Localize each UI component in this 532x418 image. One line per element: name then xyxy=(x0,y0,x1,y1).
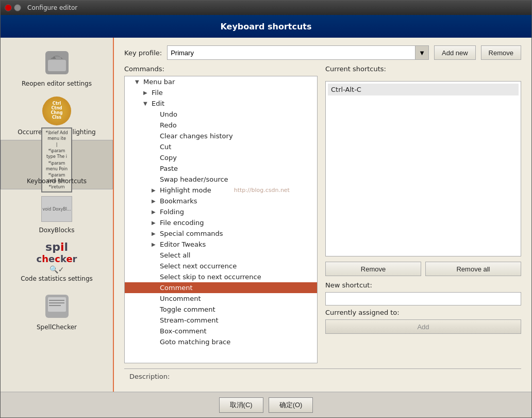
tree-item-stream-comment[interactable]: Stream-comment xyxy=(125,315,317,326)
sidebar-item-reopen[interactable]: Reopen editor settings xyxy=(1,43,113,91)
tree-item-goto-label: Goto matching brace xyxy=(160,338,230,346)
tree-item-clear-label: Clear changes history xyxy=(160,132,233,140)
tree-item-edit-label: Edit xyxy=(152,100,164,107)
tree-item-cut[interactable]: Cut xyxy=(125,141,317,152)
tree-item-file-label: File xyxy=(152,89,163,97)
doxyblocks-icon: void DoxyBl... xyxy=(41,194,72,224)
tree-item-edit[interactable]: ▼ Edit xyxy=(125,98,317,109)
tree-item-folding[interactable]: ▶ Folding xyxy=(125,206,317,217)
codestatistics-icon: spilchecker 🔍✓ xyxy=(41,242,72,273)
tree-item-menu-bar-label: Menu bar xyxy=(143,78,175,86)
tree-item-undo[interactable]: Undo xyxy=(125,109,317,120)
tree-item-menu-bar[interactable]: ▼ Menu bar xyxy=(125,76,317,87)
sidebar-item-spellchecker-label: SpellChecker xyxy=(37,324,77,331)
tree-item-undo-label: Undo xyxy=(160,110,177,118)
remove-all-shortcuts-button[interactable]: Remove all xyxy=(425,262,521,276)
tree-item-select-all[interactable]: Select all xyxy=(125,250,317,261)
title-bar-controls xyxy=(5,4,21,11)
tree-item-folding-label: Folding xyxy=(160,208,184,216)
currently-assigned-label: Currently assigned to: xyxy=(325,309,521,316)
tree-item-bookmarks-label: Bookmarks xyxy=(160,197,197,205)
confirm-button[interactable]: 确定(O) xyxy=(269,397,313,413)
tree-item-paste-label: Paste xyxy=(160,165,178,172)
tree-item-editor-tweaks[interactable]: ▶ Editor Tweaks xyxy=(125,239,317,250)
tree-item-toggle-label: Toggle comment xyxy=(160,306,215,313)
tree-item-swap[interactable]: Swap header/source xyxy=(125,174,317,185)
keyboard-icon: *\brief Add menu ite | *\param type The … xyxy=(41,144,72,175)
tree-item-uncomment[interactable]: Uncomment xyxy=(125,293,317,304)
close-button[interactable] xyxy=(5,4,12,11)
add-new-button[interactable]: Add new xyxy=(434,45,476,60)
spellchecker-icon xyxy=(41,291,72,321)
new-shortcut-input[interactable] xyxy=(325,292,521,306)
tree-item-box-label: Box-comment xyxy=(160,327,207,335)
tree-item-redo[interactable]: Redo xyxy=(125,120,317,131)
tree-item-stream-label: Stream-comment xyxy=(160,316,219,324)
tree-item-paste[interactable]: Paste xyxy=(125,163,317,174)
shortcut-value: Ctrl-Alt-C xyxy=(331,86,361,93)
tree-item-comment-label: Comment xyxy=(160,284,193,292)
dropdown-arrow-icon[interactable]: ▼ xyxy=(415,45,429,60)
tree-item-goto-matching[interactable]: Goto matching brace xyxy=(125,336,317,347)
tree-item-uncomment-label: Uncomment xyxy=(160,295,201,302)
watermark-text: http://blog.csdn.net xyxy=(234,187,290,194)
expand-arrow-encoding: ▶ xyxy=(152,220,158,226)
shortcuts-panel: Current shortcuts: Ctrl-Alt-C Remove Rem… xyxy=(325,65,521,363)
key-profile-row: Key profile: Primary ▼ Add new Remove xyxy=(124,45,521,60)
new-shortcut-label: New shortcut: xyxy=(325,281,521,289)
tree-item-cut-label: Cut xyxy=(160,143,171,151)
cancel-button[interactable]: 取消(C) xyxy=(219,397,263,413)
key-profile-select: Primary ▼ xyxy=(167,45,429,60)
tree-item-tweaks-label: Editor Tweaks xyxy=(160,240,206,248)
tree-item-toggle-comment[interactable]: Toggle comment xyxy=(125,304,317,315)
shortcuts-btn-row: Remove Remove all xyxy=(325,262,521,276)
description-label: Description: xyxy=(129,373,170,380)
sidebar-item-reopen-label: Reopen editor settings xyxy=(22,80,92,87)
expand-arrow-tweaks: ▶ xyxy=(152,242,158,247)
remove-shortcut-button[interactable]: Remove xyxy=(325,262,421,276)
right-panel: Key profile: Primary ▼ Add new Remove Co… xyxy=(114,38,531,392)
commands-panel: Commands: ▼ Menu bar ▶ File xyxy=(124,65,318,363)
tree-item-copy[interactable]: Copy xyxy=(125,152,317,163)
sidebar-item-codestatistics[interactable]: spilchecker 🔍✓ Code statistics settings xyxy=(1,238,113,286)
sidebar-item-keyboard-label: Keyboard shortcuts xyxy=(27,178,87,185)
current-shortcuts-list: Ctrl-Alt-C xyxy=(325,81,521,256)
tree-item-copy-label: Copy xyxy=(160,154,177,162)
expand-arrow-edit: ▼ xyxy=(143,101,149,106)
expand-arrow-file: ▶ xyxy=(143,90,149,95)
sidebar-item-keyboard[interactable]: *\brief Add menu ite | *\param type The … xyxy=(1,140,113,189)
remove-profile-button[interactable]: Remove xyxy=(481,45,521,60)
sidebar-item-doxyblocks-label: DoxyBlocks xyxy=(39,227,74,234)
reopen-icon xyxy=(41,47,72,78)
minimize-button[interactable] xyxy=(14,4,21,11)
main-content: Reopen editor settings CtrlCtndChngClss … xyxy=(1,38,531,392)
commands-label: Commands: xyxy=(124,65,318,73)
sidebar-item-doxyblocks[interactable]: void DoxyBl... DoxyBlocks xyxy=(1,189,113,238)
tree-item-file[interactable]: ▶ File xyxy=(125,87,317,98)
commands-list[interactable]: ▼ Menu bar ▶ File ▼ Edit xyxy=(124,76,318,363)
tree-item-file-encoding[interactable]: ▶ File encoding xyxy=(125,217,317,228)
svg-rect-3 xyxy=(48,297,66,312)
tree-item-encoding-label: File encoding xyxy=(160,219,204,227)
description-bar: Description: xyxy=(124,368,521,384)
header-bar: Keyboard shortcuts xyxy=(1,15,531,38)
tree-item-redo-label: Redo xyxy=(160,121,177,129)
sidebar-item-spellchecker[interactable]: SpellChecker xyxy=(1,286,113,335)
tree-item-select-next[interactable]: Select next occurrence xyxy=(125,261,317,271)
tree-item-special[interactable]: ▶ Special commands xyxy=(125,228,317,239)
tree-item-comment[interactable]: Comment xyxy=(125,282,317,293)
expand-arrow-special: ▶ xyxy=(152,231,158,236)
tree-item-bookmarks[interactable]: ▶ Bookmarks xyxy=(125,196,317,206)
add-shortcut-button[interactable]: Add xyxy=(325,319,521,334)
tree-item-highlight-mode[interactable]: ▶ Highlight mode http://blog.csdn.net xyxy=(125,185,317,196)
profile-dropdown[interactable]: Primary xyxy=(167,45,415,60)
tree-item-select-skip-label: Select skip to next occurrence xyxy=(160,273,261,281)
sidebar: Reopen editor settings CtrlCtndChngClss … xyxy=(1,38,114,392)
tree-item-clear-changes[interactable]: Clear changes history xyxy=(125,131,317,141)
tree-item-highlight-label: Highlight mode xyxy=(160,186,211,194)
svg-rect-1 xyxy=(48,60,66,71)
tree-item-select-skip[interactable]: Select skip to next occurrence xyxy=(125,271,317,282)
new-shortcut-section: New shortcut: Currently assigned to: Add xyxy=(325,281,521,334)
tree-item-box-comment[interactable]: Box-comment xyxy=(125,326,317,336)
shortcut-item[interactable]: Ctrl-Alt-C xyxy=(328,84,519,95)
